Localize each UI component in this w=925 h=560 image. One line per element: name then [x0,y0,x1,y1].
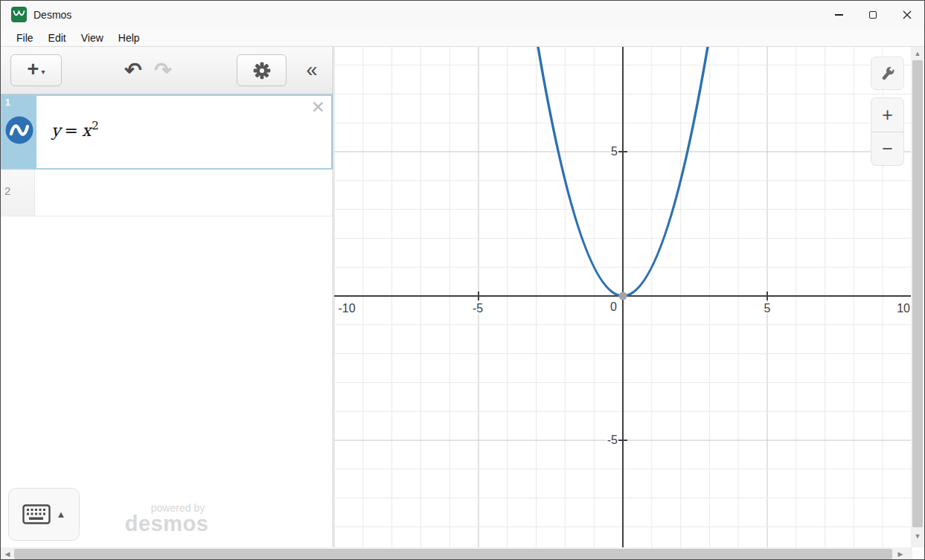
wrench-icon [880,65,896,82]
expression-1-content[interactable]: y=x2 ✕ [36,96,331,168]
redo-button[interactable]: ↷ [148,53,178,88]
expression-2-content[interactable] [35,170,333,216]
origin-label: 0 [610,300,617,313]
scroll-right-icon: ▶ [898,550,903,558]
curve-vertex-point[interactable] [619,292,627,300]
curve-style-icon[interactable] [5,116,33,144]
formula-lhs: y [51,121,60,140]
scroll-up-icon: ▲ [915,50,921,57]
graph-settings-wrench-button[interactable] [871,57,904,90]
scroll-down-icon: ▼ [915,532,921,540]
plus-icon: + [28,59,39,80]
close-button[interactable] [890,1,924,29]
app-window: Desmos File Edit View Help + ▾ ↶ [0,0,925,560]
expression-row-1[interactable]: 1 y=x2 ✕ [1,94,333,170]
expression-1-index: 1 [5,97,10,108]
scroll-left-button[interactable]: ◀ [1,547,14,560]
x-label-10: 10 [897,302,910,315]
hide-panel-button[interactable]: « [295,53,328,88]
horizontal-scrollbar-thumb[interactable] [14,549,892,559]
undo-button[interactable]: ↶ [118,53,148,88]
redo-icon: ↷ [154,58,171,83]
minus-icon: − [882,138,893,159]
desmos-app-icon [11,7,27,22]
plus-icon: + [882,104,893,126]
gear-icon [253,62,271,80]
powered-by-desmos-watermark: powered by desmos [1,502,333,533]
menu-edit[interactable]: Edit [41,32,74,44]
close-icon [903,10,912,19]
expression-1-gutter[interactable]: 1 [2,96,36,168]
minimize-button[interactable] [822,1,856,29]
scrollbar-corner [912,547,925,560]
formula-exponent: 2 [92,119,99,132]
x-label-5: 5 [764,302,771,315]
x-label-neg5: -5 [473,302,483,315]
add-expression-button[interactable]: + ▾ [10,54,62,86]
menu-file[interactable]: File [9,32,41,44]
collapse-left-icon: « [306,59,317,82]
y-label-neg5: -5 [607,434,618,446]
x-label-neg10: -10 [338,302,355,315]
expression-1-formula[interactable]: y=x2 [51,120,98,140]
formula-rhs: x [82,121,91,140]
watermark-desmos: desmos [1,514,333,533]
menu-help[interactable]: Help [111,32,147,44]
zoom-out-button[interactable]: − [871,132,903,166]
window-controls [822,1,924,29]
graph-area[interactable]: -10 -5 0 5 10 5 -5 + − [334,47,912,547]
title-bar: Desmos [1,1,924,29]
expression-2-index: 2 [4,184,10,197]
scroll-up-button[interactable]: ▲ [911,47,924,59]
minimize-icon [835,14,843,15]
delete-expression-button[interactable]: ✕ [311,99,325,116]
zoom-in-button[interactable]: + [871,98,903,132]
menu-bar: File Edit View Help [1,29,924,47]
scroll-right-button[interactable]: ▶ [894,547,907,560]
maximize-icon [869,11,877,19]
graph-canvas[interactable]: -10 -5 0 5 10 5 -5 [334,47,912,547]
y-label-5: 5 [611,145,618,158]
menu-view[interactable]: View [74,32,111,44]
vertical-scrollbar[interactable]: ▲ ▼ [911,47,924,547]
expression-row-2[interactable]: 2 [1,170,333,216]
zoom-controls: + − [871,97,904,166]
undo-icon: ↶ [124,58,141,83]
expression-panel: + ▾ ↶ ↷ [1,47,333,547]
maximize-button[interactable] [856,1,890,29]
expression-2-gutter[interactable]: 2 [1,170,35,216]
window-title: Desmos [33,9,71,21]
scroll-left-icon: ◀ [5,550,10,558]
expression-toolbar: + ▾ ↶ ↷ [1,47,333,94]
formula-equals: = [60,121,81,140]
vertical-scrollbar-thumb[interactable] [912,60,923,527]
scroll-down-button[interactable]: ▼ [911,530,924,542]
graph-settings-button[interactable] [237,54,287,86]
chevron-down-icon: ▾ [41,68,45,76]
horizontal-scrollbar[interactable]: ◀ ▶ [1,547,912,560]
